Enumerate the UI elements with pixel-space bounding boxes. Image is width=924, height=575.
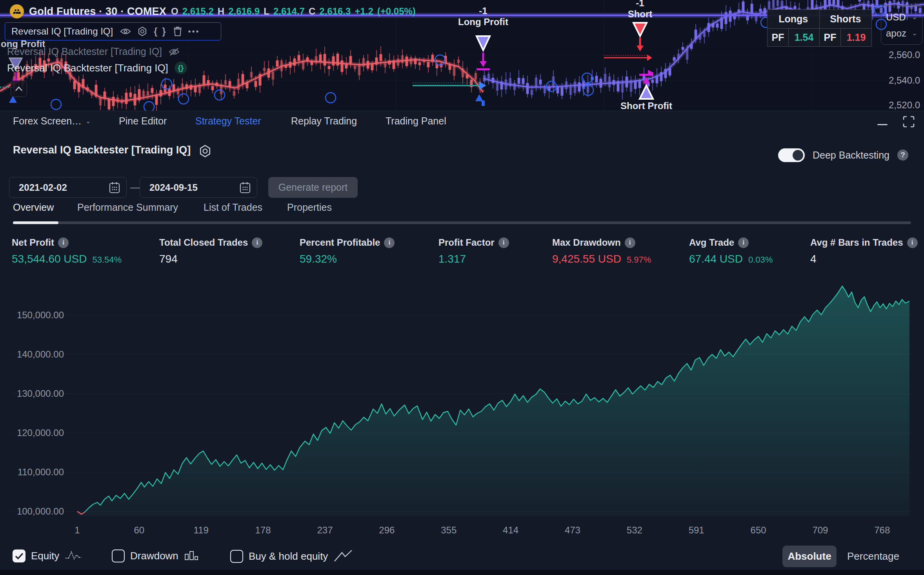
- equity-x-tick: 296: [379, 525, 395, 535]
- longs-header: Longs: [768, 10, 820, 28]
- equity-curve-chart: 150,000.00140,000.00130,000.00120,000.00…: [0, 274, 924, 548]
- report-tab-performance-summary[interactable]: Performance Summary: [77, 202, 178, 213]
- generate-report-button[interactable]: Generate report: [268, 177, 358, 198]
- strategy-settings-gear-icon[interactable]: [198, 144, 212, 158]
- info-icon[interactable]: i: [252, 237, 262, 248]
- stat-total-closed-trades: Total Closed Tradesi794: [159, 237, 262, 265]
- stat-label: Avg # Bars in Trades: [810, 237, 903, 248]
- equity-checkbox[interactable]: [13, 549, 25, 562]
- panel-fullscreen-button[interactable]: [902, 115, 915, 128]
- price-chart-region: -1Long Profit-1ShortShort Profit Gold Fu…: [0, 0, 924, 111]
- stat-sub-value: 53.54%: [92, 255, 122, 265]
- equity-sparkline-icon: [65, 550, 82, 562]
- equity-y-tick: 140,000.00: [17, 349, 64, 360]
- equity-x-tick: 768: [874, 525, 890, 535]
- info-icon[interactable]: i: [58, 237, 69, 248]
- svg-text:-1: -1: [636, 0, 644, 8]
- info-icon[interactable]: i: [625, 237, 635, 248]
- shorts-pf-value: 1.19: [841, 29, 871, 46]
- stat-value: 4: [810, 253, 817, 265]
- stat-value: 1.317: [438, 253, 466, 265]
- buy-hold-checkbox[interactable]: [230, 550, 243, 563]
- info-icon[interactable]: i: [384, 237, 395, 248]
- absolute-mode-button[interactable]: Absolute: [782, 546, 837, 567]
- currency-selector[interactable]: USD⌄: [886, 12, 917, 23]
- date-from-input[interactable]: 2021-02-02: [9, 177, 127, 198]
- source-code-icon[interactable]: { }: [154, 26, 167, 37]
- close-value: 2,616.3: [319, 6, 351, 17]
- deep-backtesting-toggle[interactable]: [778, 148, 805, 162]
- equity-x-tick: 591: [689, 525, 704, 535]
- shorts-pf-label: PF: [820, 29, 841, 46]
- deep-backtesting-label: Deep Backtesting: [813, 150, 889, 161]
- report-tab-overview[interactable]: Overview: [13, 202, 54, 213]
- percentage-mode-button[interactable]: Percentage: [847, 550, 899, 562]
- bottom-panel-tabbar: Forex Screen…⌄Pine EditorStrategy Tester…: [0, 111, 924, 131]
- equity-y-tick: 120,000.00: [17, 427, 64, 438]
- panel-tab-forex-screen-[interactable]: Forex Screen…⌄: [13, 111, 91, 131]
- indicator-active-label: Reversal IQ Backtester [Trading IQ]: [7, 62, 168, 74]
- stat-value: 794: [159, 253, 178, 265]
- stat-max-drawdown: Max Drawdowni9,425.55 USD5.97%: [552, 237, 651, 265]
- equity-checkbox-group[interactable]: Equity: [13, 549, 82, 562]
- strategy-tester-panel: Forex Screen…⌄Pine EditorStrategy Tester…: [0, 111, 924, 575]
- bottom-edge: [0, 570, 924, 575]
- panel-tab-pine-editor[interactable]: Pine Editor: [119, 111, 167, 131]
- equity-x-tick: 1: [75, 525, 80, 535]
- collapse-indicators-button[interactable]: [11, 80, 27, 97]
- report-tab-list-of-trades[interactable]: List of Trades: [204, 202, 262, 213]
- equity-x-tick: 532: [627, 525, 642, 535]
- indicator-row-hidden[interactable]: Reversal IQ Backtester [Trading IQ]: [7, 46, 180, 57]
- ohlc-values: O2,615.2 H2,616.9 L2,614.7 C2,616.3 +1.2…: [171, 6, 416, 17]
- panel-minimize-button[interactable]: [877, 124, 888, 125]
- change-value: +1.2: [355, 6, 373, 17]
- longs-shorts-pf-table: Longs Shorts PF 1.54 PF 1.19: [767, 9, 872, 47]
- eye-icon[interactable]: [120, 27, 131, 35]
- stat-label: Max Drawdown: [552, 237, 621, 248]
- svg-text:Short: Short: [628, 9, 653, 19]
- info-icon[interactable]: i: [907, 237, 918, 248]
- panel-tab-trading-panel[interactable]: Trading Panel: [386, 111, 446, 131]
- panel-tab-strategy-tester[interactable]: Strategy Tester: [195, 111, 261, 131]
- stat-label: Total Closed Trades: [159, 237, 248, 248]
- settings-gear-icon[interactable]: [137, 26, 147, 37]
- stat-avg-trade: Avg Tradei67.44 USD0.03%: [689, 237, 773, 265]
- equity-y-tick: 100,000.00: [17, 506, 64, 517]
- price-scale-label: 2,520.0: [873, 100, 920, 111]
- panel-tab-replay-trading[interactable]: Replay Trading: [291, 111, 357, 131]
- more-options-icon[interactable]: •••: [188, 27, 200, 36]
- info-icon[interactable]: i: [498, 237, 509, 248]
- equity-x-tick: 650: [751, 525, 766, 535]
- account-selector[interactable]: apoz⌄: [886, 28, 917, 39]
- line-chart-icon: [333, 549, 353, 563]
- buy-hold-checkbox-group[interactable]: Buy & hold equity: [230, 549, 353, 563]
- check-icon: [15, 553, 24, 560]
- equity-y-tick: 150,000.00: [17, 310, 64, 320]
- equity-checkbox-label: Equity: [31, 550, 59, 562]
- loading-braces-icon: {}: [175, 62, 187, 74]
- drawdown-checkbox[interactable]: [112, 549, 125, 562]
- date-to-input[interactable]: 2024-09-15: [140, 177, 257, 198]
- price-scale-label: 2,540.0: [873, 75, 920, 86]
- chevron-down-icon: ⌄: [85, 117, 91, 125]
- equity-x-tick: 709: [812, 525, 828, 535]
- trash-icon[interactable]: [173, 26, 182, 37]
- shorts-header: Shorts: [820, 10, 872, 28]
- indicator-row-selected[interactable]: Reversal IQ [Trading IQ] { } •••: [5, 22, 221, 40]
- symbol-header: Gold Futures · 30 · COMEX O2,615.2 H2,61…: [9, 4, 416, 19]
- report-tab-properties[interactable]: Properties: [287, 202, 332, 213]
- eye-off-icon[interactable]: [168, 47, 180, 57]
- stat-label: Percent Profitable: [300, 237, 380, 248]
- info-icon[interactable]: i: [738, 237, 749, 248]
- stat-sub-value: 0.03%: [748, 255, 773, 265]
- help-icon[interactable]: ?: [897, 150, 908, 161]
- drawdown-checkbox-group[interactable]: Drawdown: [112, 549, 200, 562]
- equity-x-tick: 178: [255, 525, 271, 535]
- stat-value: 9,425.55 USD: [552, 253, 621, 265]
- symbol-title[interactable]: Gold Futures · 30 · COMEX: [29, 5, 166, 18]
- indicator-row-active[interactable]: Reversal IQ Backtester [Trading IQ] {}: [7, 62, 187, 74]
- stat-percent-profitable: Percent Profitablei59.32%: [300, 237, 395, 265]
- report-tab-active-indicator: [13, 221, 58, 224]
- calendar-icon: [109, 182, 120, 193]
- change-percent: (+0.05%): [377, 6, 416, 17]
